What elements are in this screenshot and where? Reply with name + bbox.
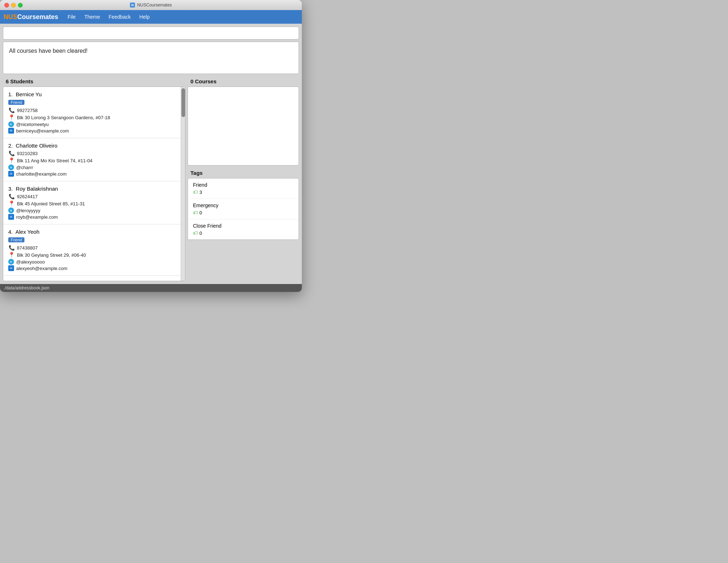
courses-section: 0 Courses xyxy=(188,76,299,166)
phone-icon-3 xyxy=(8,193,15,200)
email-icon-4 xyxy=(8,265,14,271)
close-button[interactable] xyxy=(4,3,9,8)
window-title: N NUSCoursemates xyxy=(130,3,172,8)
telegram-icon-2 xyxy=(8,164,14,170)
tag-badge-4: Friend xyxy=(8,237,24,242)
scroll-track[interactable] xyxy=(181,87,185,281)
menu-theme[interactable]: Theme xyxy=(81,13,104,21)
student-phone-1: 99272758 xyxy=(8,107,176,113)
tags-box: Friend 🏷 3 Emergency 🏷 0 xyxy=(188,178,299,240)
student-telegram-2: @charrr xyxy=(8,164,176,170)
students-column: 6 Students 1. Bernice Yu Friend 99272758 xyxy=(3,76,185,281)
message-area: All courses have been cleared! xyxy=(3,42,299,74)
student-address-4: 📍 Blk 30 Geylang Street 29, #06-40 xyxy=(8,252,176,258)
phone-icon-4 xyxy=(8,245,15,251)
status-bar: ./data/addressbook.json xyxy=(0,284,302,292)
tag-count-icon-emergency: 🏷 xyxy=(193,210,198,215)
student-email-4: alexyeoh@example.com xyxy=(8,265,176,271)
courses-box xyxy=(188,87,299,166)
tag-count-friend: 🏷 3 xyxy=(193,189,294,195)
menu-feedback[interactable]: Feedback xyxy=(105,13,134,21)
phone-icon xyxy=(8,107,15,113)
student-name-3: 3. Roy Balakrishnan xyxy=(8,186,176,192)
students-scroll[interactable]: 1. Bernice Yu Friend 99272758 📍 Blk 30 L… xyxy=(3,87,181,281)
traffic-lights xyxy=(4,3,23,8)
student-name-1: 1. Bernice Yu xyxy=(8,91,176,97)
students-header: 6 Students xyxy=(3,76,185,87)
email-icon-2 xyxy=(8,171,14,177)
student-item-2[interactable]: 2. Charlotte Oliveiro 93210283 📍 Blk 11 … xyxy=(3,138,181,181)
tag-badge-1: Friend xyxy=(8,100,24,105)
location-icon-2: 📍 xyxy=(8,157,15,164)
student-telegram-3: @leroyyyyy xyxy=(8,208,176,213)
student-address-1: 📍 Blk 30 Lorong 3 Serangoon Gardens, #07… xyxy=(8,114,176,121)
tags-section: Tags Friend 🏷 3 Emergency 🏷 0 xyxy=(188,168,299,240)
minimize-button[interactable] xyxy=(11,3,16,8)
location-icon-3: 📍 xyxy=(8,200,15,207)
tag-row-closefriend: Close Friend 🏷 0 xyxy=(188,219,299,239)
student-name-4: 4. Alex Yeoh xyxy=(8,229,176,235)
tag-name-closefriend: Close Friend xyxy=(193,223,294,229)
telegram-icon-4 xyxy=(8,259,14,265)
student-item-3[interactable]: 3. Roy Balakrishnan 92624417 📍 Blk 45 Al… xyxy=(3,181,181,224)
student-phone-3: 92624417 xyxy=(8,193,176,200)
app-title-coursemates: Coursemates xyxy=(17,13,58,20)
courses-header: 0 Courses xyxy=(188,76,299,87)
student-address-2: 📍 Blk 11 Ang Mo Kio Street 74, #11-04 xyxy=(8,157,176,164)
maximize-button[interactable] xyxy=(18,3,23,8)
student-item-5[interactable]: 5. Irfan Ibrahim 91031282 xyxy=(3,276,181,281)
app-icon: N xyxy=(130,3,135,8)
menu-file[interactable]: File xyxy=(64,13,79,21)
telegram-icon-3 xyxy=(8,208,14,213)
email-icon-3 xyxy=(8,214,14,220)
right-column: 0 Courses Tags Friend 🏷 3 Emergency xyxy=(188,76,299,281)
student-telegram-1: @nicetomeetyu xyxy=(8,121,176,127)
student-phone-4: 87438807 xyxy=(8,245,176,251)
scroll-thumb[interactable] xyxy=(181,88,185,117)
student-email-1: berniceyu@example.com xyxy=(8,128,176,134)
columns: 6 Students 1. Bernice Yu Friend 99272758 xyxy=(3,76,299,281)
student-item-1[interactable]: 1. Bernice Yu Friend 99272758 📍 Blk 30 L… xyxy=(3,87,181,138)
tag-count-icon-closefriend: 🏷 xyxy=(193,230,198,236)
tag-row-emergency: Emergency 🏷 0 xyxy=(188,199,299,219)
main-content: All courses have been cleared! 6 Student… xyxy=(0,24,302,284)
student-name-2: 2. Charlotte Oliveiro xyxy=(8,143,176,149)
student-email-2: charlotte@example.com xyxy=(8,171,176,177)
location-icon-4: 📍 xyxy=(8,252,15,258)
tags-header: Tags xyxy=(188,168,299,178)
app-title: NUSCoursemates xyxy=(4,13,58,21)
telegram-icon xyxy=(8,121,14,127)
menu-bar: NUSCoursemates File Theme Feedback Help xyxy=(0,10,302,24)
tag-name-friend: Friend xyxy=(193,182,294,188)
menu-help[interactable]: Help xyxy=(136,13,153,21)
student-telegram-4: @alexyooooo xyxy=(8,259,176,265)
student-item-4[interactable]: 4. Alex Yeoh Friend 87438807 📍 Blk 30 Ge… xyxy=(3,224,181,276)
phone-icon-2 xyxy=(8,150,15,157)
search-input[interactable] xyxy=(3,27,299,39)
location-icon: 📍 xyxy=(8,114,15,121)
tag-name-emergency: Emergency xyxy=(193,203,294,208)
email-icon xyxy=(8,128,14,134)
student-email-3: royb@example.com xyxy=(8,214,176,220)
tag-count-closefriend: 🏷 0 xyxy=(193,230,294,236)
student-address-3: 📍 Blk 45 Aljunied Street 85, #11-31 xyxy=(8,200,176,207)
student-phone-2: 93210283 xyxy=(8,150,176,157)
title-bar: N NUSCoursemates xyxy=(0,0,302,10)
tag-count-emergency: 🏷 0 xyxy=(193,210,294,215)
app-title-nus: NUS xyxy=(4,13,17,20)
student-name-5: 5. Irfan Ibrahim xyxy=(8,280,176,281)
tag-row-friend: Friend 🏷 3 xyxy=(188,178,299,199)
students-list: 1. Bernice Yu Friend 99272758 📍 Blk 30 L… xyxy=(3,87,185,281)
tag-count-icon-friend: 🏷 xyxy=(193,189,198,195)
